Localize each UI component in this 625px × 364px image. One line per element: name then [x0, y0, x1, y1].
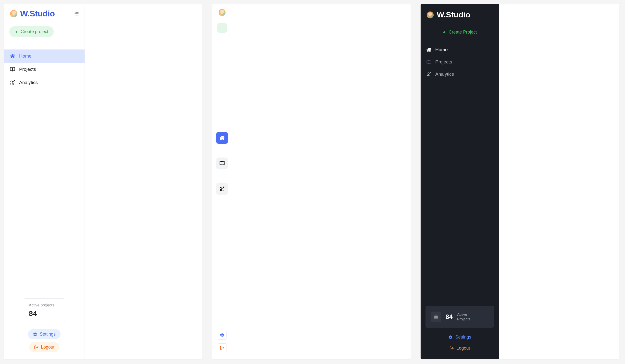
nav-item-home[interactable]: Home [421, 44, 499, 56]
nav-item-projects[interactable]: Projects [421, 56, 499, 68]
sidebar-nav: Home Projects Analytics [4, 50, 85, 89]
content-area [232, 4, 411, 359]
gear-icon [448, 335, 453, 339]
chart-icon [427, 72, 431, 77]
nav-label: Projects [19, 67, 36, 72]
logout-button[interactable]: Logout [29, 342, 59, 352]
brand-name: W.Studio [437, 10, 470, 19]
sidebar-nav [216, 4, 228, 331]
sidebar-header: W.Studio [4, 4, 85, 21]
nav-item-analytics[interactable] [216, 183, 228, 195]
nav-item-analytics[interactable]: Analytics [421, 68, 499, 80]
logout-icon [34, 345, 38, 350]
home-icon [219, 135, 225, 140]
logout-button[interactable]: Logout [447, 344, 473, 352]
sidebar: W.Studio Create project Home Projects An… [4, 4, 85, 359]
plus-icon [15, 30, 18, 33]
light-expanded-sidebar-demo: W.Studio Create project Home Projects An… [4, 4, 202, 359]
nav-label: Home [435, 47, 448, 53]
content-area [499, 4, 619, 359]
settings-label: Settings [455, 335, 471, 340]
active-projects-label: Active Projects [457, 312, 470, 322]
briefcase-icon-container [431, 311, 441, 322]
chart-icon [10, 80, 15, 85]
create-project-button[interactable]: Create Project [440, 28, 480, 36]
create-label: Create project [21, 29, 48, 34]
logout-label: Logout [41, 345, 54, 350]
dark-expanded-sidebar-demo: W.Studio Create Project Home Projects An… [421, 4, 619, 359]
collapse-icon[interactable] [74, 11, 79, 16]
active-projects-card: Active projects 84 [24, 298, 65, 322]
sidebar-collapsed [212, 4, 232, 359]
sidebar-footer: Settings Logout [421, 333, 499, 359]
brand-name: W.Studio [20, 9, 55, 18]
briefcase-icon [434, 314, 438, 319]
nav-item-home[interactable]: Home [4, 50, 85, 63]
home-icon [427, 47, 431, 52]
create-project-button[interactable]: Create project [9, 26, 54, 37]
sidebar-dark: W.Studio Create Project Home Projects An… [421, 4, 499, 359]
content-area [85, 4, 202, 359]
nav-label: Analytics [19, 80, 38, 85]
plus-icon [443, 31, 446, 34]
nav-label: Analytics [435, 72, 454, 77]
nav-item-projects[interactable] [216, 158, 228, 169]
chart-icon [219, 186, 225, 192]
brand-logo[interactable]: W.Studio [421, 8, 499, 23]
sidebar-nav: Home Projects Analytics [421, 44, 499, 80]
nav-item-home[interactable] [216, 132, 228, 144]
active-projects-value: 84 [29, 309, 60, 318]
logo-icon [9, 9, 18, 18]
settings-button[interactable]: Settings [28, 329, 61, 339]
active-projects-card: 84 Active Projects [426, 306, 494, 328]
gear-icon [33, 332, 37, 336]
settings-button[interactable] [218, 331, 226, 339]
logout-label: Logout [456, 346, 470, 351]
logo-icon [426, 11, 434, 19]
sidebar-footer [218, 331, 226, 359]
logout-icon [449, 346, 454, 351]
settings-button[interactable]: Settings [445, 333, 474, 341]
gear-icon [220, 333, 224, 337]
logout-button[interactable] [218, 343, 226, 352]
active-projects-value: 84 [446, 313, 453, 321]
light-collapsed-sidebar-demo [212, 4, 411, 359]
nav-item-projects[interactable]: Projects [4, 63, 85, 76]
book-icon [10, 67, 15, 72]
book-icon [219, 161, 225, 166]
active-projects-label: Active projects [29, 303, 60, 308]
nav-label: Home [19, 54, 31, 59]
nav-item-analytics[interactable]: Analytics [4, 76, 85, 89]
book-icon [427, 59, 431, 64]
settings-label: Settings [40, 332, 56, 337]
brand-logo[interactable]: W.Studio [9, 9, 55, 18]
home-icon [10, 54, 15, 59]
create-label: Create Project [448, 30, 477, 35]
nav-label: Projects [435, 59, 452, 65]
logout-icon [220, 346, 224, 350]
sidebar-footer: Settings Logout [4, 329, 85, 359]
